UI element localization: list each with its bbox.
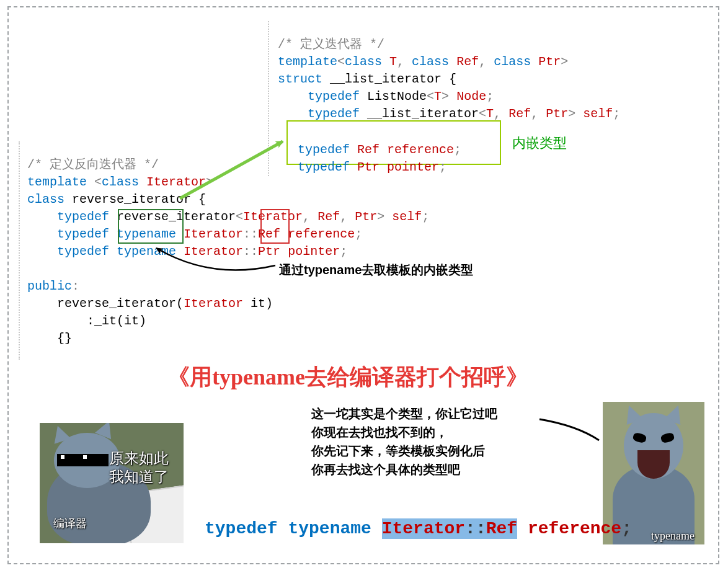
qual-Iterator: Iterator xyxy=(184,244,243,259)
ref-ptr-highlight-box xyxy=(260,209,290,244)
tparam-Ref: Ref xyxy=(456,55,479,69)
line2: 我知道了 xyxy=(109,469,169,485)
tparam-Ptr: Ptr xyxy=(538,55,561,69)
tparam-T: T xyxy=(389,55,397,69)
comment: /* 定义反向迭代器 */ xyxy=(27,158,159,172)
speech-bubble-text: 这一坨其实是个类型，你让它过吧 你现在去找也找不到的， 你先记下来，等类模板实例… xyxy=(311,404,497,479)
targ-T: T xyxy=(486,107,494,121)
meme-left-caption: 原来如此 我知道了 xyxy=(109,430,169,486)
tparam-Iterator: Iterator xyxy=(146,175,206,189)
kw-class: class xyxy=(102,175,139,189)
kw-class: class xyxy=(345,55,382,69)
targ-Ptr: Ptr xyxy=(546,107,568,121)
kw-typename: typename xyxy=(117,244,176,259)
kw-typedef: typedef xyxy=(57,227,109,241)
meme-left-tag: 编译器 xyxy=(53,516,87,531)
param-type: Iterator xyxy=(184,296,243,311)
kw-struct: struct xyxy=(278,72,322,86)
type-listnode: ListNode xyxy=(367,89,427,104)
alias-pointer: pointer xyxy=(288,244,340,259)
code-guide-line xyxy=(19,141,20,360)
ctor-body: {} xyxy=(57,331,72,345)
nested-Ptr: Ptr xyxy=(258,244,280,259)
kw-typedef: typedef xyxy=(57,210,109,224)
kw-template: template xyxy=(27,175,87,189)
targ-Ptr: Ptr xyxy=(355,210,377,224)
left-code-block: /* 定义反向迭代器 */ template <class Iterator> … xyxy=(27,139,429,347)
hl-Iterator: Iterator xyxy=(382,519,465,538)
hl-Ref: Ref xyxy=(486,519,517,538)
class-reverse-it: reverse_iterator { xyxy=(72,192,206,207)
alias-reference: reference xyxy=(528,519,621,538)
kw-typedef: typedef xyxy=(308,89,360,104)
label-nested-type: 内嵌类型 xyxy=(512,134,567,153)
top-code-block: /* 定义迭代器 */ template<class T, class Ref,… xyxy=(278,19,620,123)
param-name: it) xyxy=(243,296,273,311)
targ-Ref: Ref xyxy=(508,107,531,121)
semicolon: ; xyxy=(621,519,632,538)
type-list-it: __list_iterator xyxy=(367,107,479,121)
typename-highlight-box xyxy=(118,209,184,244)
qual-Iterator: Iterator xyxy=(184,227,243,241)
kw-typedef: typedef xyxy=(308,107,360,121)
meme-right-tag: typename xyxy=(651,530,695,543)
alias-self: self xyxy=(583,107,613,121)
kw-class: class xyxy=(412,55,449,69)
caption-title: 《用typename去给编译器打个招呼》 xyxy=(167,362,528,393)
alias-Node: Node xyxy=(456,89,486,104)
kw-typedef: typedef xyxy=(205,519,278,538)
alias-self: self xyxy=(392,210,422,224)
hl-scope: :: xyxy=(465,519,486,538)
kw-class: class xyxy=(494,55,531,69)
line1: 原来如此 xyxy=(109,450,169,466)
comment: /* 定义迭代器 */ xyxy=(278,37,384,51)
ctor-name: reverse_iterator( xyxy=(57,296,184,311)
targ-T: T xyxy=(434,89,442,104)
alias-reference: reference xyxy=(288,227,355,241)
kw-template: template xyxy=(278,55,337,69)
init-list: :_it(it) xyxy=(87,314,146,328)
kw-class: class xyxy=(27,192,64,207)
annotation-via-typename: 通过typename去取模板的内嵌类型 xyxy=(279,262,473,278)
kw-typename: typename xyxy=(288,519,371,538)
bottom-code-line: typedef typename Iterator::Ref reference… xyxy=(205,500,632,538)
kw-typedef: typedef xyxy=(57,244,109,259)
targ-Ref: Ref xyxy=(317,210,340,224)
kw-public: public xyxy=(27,279,72,293)
struct-name: __list_iterator { xyxy=(330,72,456,86)
